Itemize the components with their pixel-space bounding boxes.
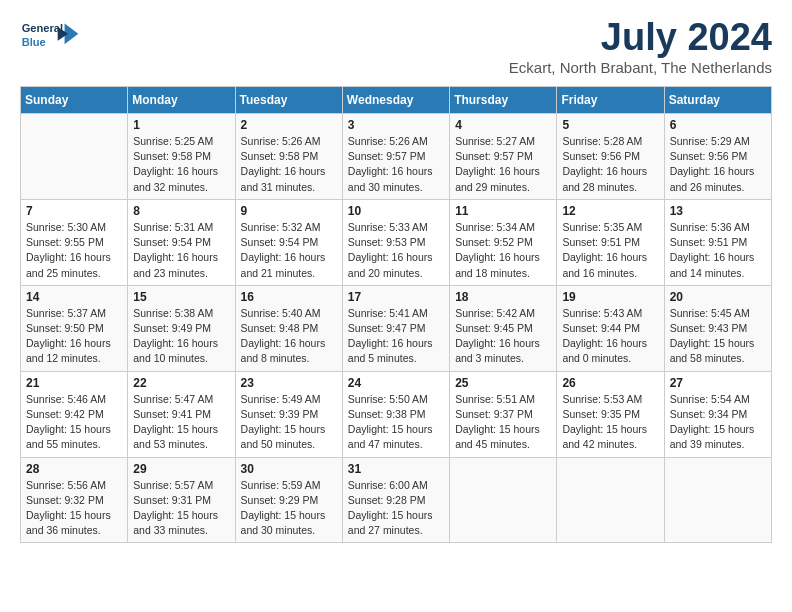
day-info: Sunrise: 5:59 AMSunset: 9:29 PMDaylight:…	[241, 478, 337, 539]
day-info: Sunrise: 5:57 AMSunset: 9:31 PMDaylight:…	[133, 478, 229, 539]
day-number: 8	[133, 204, 229, 218]
day-info: Sunrise: 6:00 AMSunset: 9:28 PMDaylight:…	[348, 478, 444, 539]
day-info: Sunrise: 5:43 AMSunset: 9:44 PMDaylight:…	[562, 306, 658, 367]
day-number: 20	[670, 290, 766, 304]
day-number: 10	[348, 204, 444, 218]
day-info: Sunrise: 5:29 AMSunset: 9:56 PMDaylight:…	[670, 134, 766, 195]
calendar-cell	[21, 114, 128, 200]
day-number: 1	[133, 118, 229, 132]
calendar-cell: 13Sunrise: 5:36 AMSunset: 9:51 PMDayligh…	[664, 199, 771, 285]
calendar-cell: 23Sunrise: 5:49 AMSunset: 9:39 PMDayligh…	[235, 371, 342, 457]
day-number: 5	[562, 118, 658, 132]
day-info: Sunrise: 5:25 AMSunset: 9:58 PMDaylight:…	[133, 134, 229, 195]
day-info: Sunrise: 5:40 AMSunset: 9:48 PMDaylight:…	[241, 306, 337, 367]
day-info: Sunrise: 5:26 AMSunset: 9:58 PMDaylight:…	[241, 134, 337, 195]
day-number: 17	[348, 290, 444, 304]
day-number: 16	[241, 290, 337, 304]
day-info: Sunrise: 5:32 AMSunset: 9:54 PMDaylight:…	[241, 220, 337, 281]
day-number: 11	[455, 204, 551, 218]
logo: General Blue	[20, 16, 80, 56]
calendar-cell: 9Sunrise: 5:32 AMSunset: 9:54 PMDaylight…	[235, 199, 342, 285]
svg-text:General: General	[22, 22, 63, 34]
day-number: 9	[241, 204, 337, 218]
day-info: Sunrise: 5:42 AMSunset: 9:45 PMDaylight:…	[455, 306, 551, 367]
svg-text:Blue: Blue	[22, 36, 46, 48]
day-info: Sunrise: 5:28 AMSunset: 9:56 PMDaylight:…	[562, 134, 658, 195]
calendar-header: SundayMondayTuesdayWednesdayThursdayFrid…	[21, 87, 772, 114]
day-info: Sunrise: 5:50 AMSunset: 9:38 PMDaylight:…	[348, 392, 444, 453]
calendar-cell: 2Sunrise: 5:26 AMSunset: 9:58 PMDaylight…	[235, 114, 342, 200]
day-info: Sunrise: 5:33 AMSunset: 9:53 PMDaylight:…	[348, 220, 444, 281]
day-header-friday: Friday	[557, 87, 664, 114]
day-info: Sunrise: 5:38 AMSunset: 9:49 PMDaylight:…	[133, 306, 229, 367]
calendar-cell: 16Sunrise: 5:40 AMSunset: 9:48 PMDayligh…	[235, 285, 342, 371]
day-number: 31	[348, 462, 444, 476]
day-info: Sunrise: 5:30 AMSunset: 9:55 PMDaylight:…	[26, 220, 122, 281]
day-number: 26	[562, 376, 658, 390]
day-info: Sunrise: 5:47 AMSunset: 9:41 PMDaylight:…	[133, 392, 229, 453]
day-number: 3	[348, 118, 444, 132]
day-info: Sunrise: 5:37 AMSunset: 9:50 PMDaylight:…	[26, 306, 122, 367]
calendar-cell: 3Sunrise: 5:26 AMSunset: 9:57 PMDaylight…	[342, 114, 449, 200]
day-info: Sunrise: 5:56 AMSunset: 9:32 PMDaylight:…	[26, 478, 122, 539]
day-info: Sunrise: 5:49 AMSunset: 9:39 PMDaylight:…	[241, 392, 337, 453]
day-info: Sunrise: 5:51 AMSunset: 9:37 PMDaylight:…	[455, 392, 551, 453]
day-info: Sunrise: 5:35 AMSunset: 9:51 PMDaylight:…	[562, 220, 658, 281]
calendar-cell: 20Sunrise: 5:45 AMSunset: 9:43 PMDayligh…	[664, 285, 771, 371]
calendar-week-1: 1Sunrise: 5:25 AMSunset: 9:58 PMDaylight…	[21, 114, 772, 200]
day-header-saturday: Saturday	[664, 87, 771, 114]
calendar-cell	[664, 457, 771, 543]
calendar-cell: 29Sunrise: 5:57 AMSunset: 9:31 PMDayligh…	[128, 457, 235, 543]
day-number: 18	[455, 290, 551, 304]
calendar-week-3: 14Sunrise: 5:37 AMSunset: 9:50 PMDayligh…	[21, 285, 772, 371]
day-info: Sunrise: 5:27 AMSunset: 9:57 PMDaylight:…	[455, 134, 551, 195]
calendar-cell: 27Sunrise: 5:54 AMSunset: 9:34 PMDayligh…	[664, 371, 771, 457]
day-number: 13	[670, 204, 766, 218]
day-number: 25	[455, 376, 551, 390]
day-info: Sunrise: 5:31 AMSunset: 9:54 PMDaylight:…	[133, 220, 229, 281]
day-number: 21	[26, 376, 122, 390]
calendar-cell: 12Sunrise: 5:35 AMSunset: 9:51 PMDayligh…	[557, 199, 664, 285]
day-number: 30	[241, 462, 337, 476]
calendar-cell: 1Sunrise: 5:25 AMSunset: 9:58 PMDaylight…	[128, 114, 235, 200]
calendar-cell	[450, 457, 557, 543]
calendar-cell: 25Sunrise: 5:51 AMSunset: 9:37 PMDayligh…	[450, 371, 557, 457]
day-number: 6	[670, 118, 766, 132]
day-number: 7	[26, 204, 122, 218]
title-block: July 2024 Eckart, North Brabant, The Net…	[509, 16, 772, 76]
calendar-body: 1Sunrise: 5:25 AMSunset: 9:58 PMDaylight…	[21, 114, 772, 543]
calendar-cell: 17Sunrise: 5:41 AMSunset: 9:47 PMDayligh…	[342, 285, 449, 371]
calendar-week-4: 21Sunrise: 5:46 AMSunset: 9:42 PMDayligh…	[21, 371, 772, 457]
calendar-cell: 21Sunrise: 5:46 AMSunset: 9:42 PMDayligh…	[21, 371, 128, 457]
day-info: Sunrise: 5:36 AMSunset: 9:51 PMDaylight:…	[670, 220, 766, 281]
day-header-tuesday: Tuesday	[235, 87, 342, 114]
calendar-table: SundayMondayTuesdayWednesdayThursdayFrid…	[20, 86, 772, 543]
day-info: Sunrise: 5:53 AMSunset: 9:35 PMDaylight:…	[562, 392, 658, 453]
day-number: 28	[26, 462, 122, 476]
calendar-cell: 26Sunrise: 5:53 AMSunset: 9:35 PMDayligh…	[557, 371, 664, 457]
calendar-cell: 5Sunrise: 5:28 AMSunset: 9:56 PMDaylight…	[557, 114, 664, 200]
day-number: 12	[562, 204, 658, 218]
calendar-cell: 11Sunrise: 5:34 AMSunset: 9:52 PMDayligh…	[450, 199, 557, 285]
day-header-sunday: Sunday	[21, 87, 128, 114]
calendar-cell: 18Sunrise: 5:42 AMSunset: 9:45 PMDayligh…	[450, 285, 557, 371]
day-number: 29	[133, 462, 229, 476]
page-title: July 2024	[509, 16, 772, 59]
calendar-cell: 28Sunrise: 5:56 AMSunset: 9:32 PMDayligh…	[21, 457, 128, 543]
page-subtitle: Eckart, North Brabant, The Netherlands	[509, 59, 772, 76]
day-number: 23	[241, 376, 337, 390]
day-header-monday: Monday	[128, 87, 235, 114]
day-number: 14	[26, 290, 122, 304]
day-header-wednesday: Wednesday	[342, 87, 449, 114]
day-number: 4	[455, 118, 551, 132]
calendar-cell: 6Sunrise: 5:29 AMSunset: 9:56 PMDaylight…	[664, 114, 771, 200]
day-number: 2	[241, 118, 337, 132]
day-info: Sunrise: 5:34 AMSunset: 9:52 PMDaylight:…	[455, 220, 551, 281]
calendar-week-2: 7Sunrise: 5:30 AMSunset: 9:55 PMDaylight…	[21, 199, 772, 285]
calendar-cell: 30Sunrise: 5:59 AMSunset: 9:29 PMDayligh…	[235, 457, 342, 543]
calendar-cell: 15Sunrise: 5:38 AMSunset: 9:49 PMDayligh…	[128, 285, 235, 371]
calendar-cell: 19Sunrise: 5:43 AMSunset: 9:44 PMDayligh…	[557, 285, 664, 371]
calendar-cell: 7Sunrise: 5:30 AMSunset: 9:55 PMDaylight…	[21, 199, 128, 285]
day-info: Sunrise: 5:45 AMSunset: 9:43 PMDaylight:…	[670, 306, 766, 367]
day-info: Sunrise: 5:41 AMSunset: 9:47 PMDaylight:…	[348, 306, 444, 367]
